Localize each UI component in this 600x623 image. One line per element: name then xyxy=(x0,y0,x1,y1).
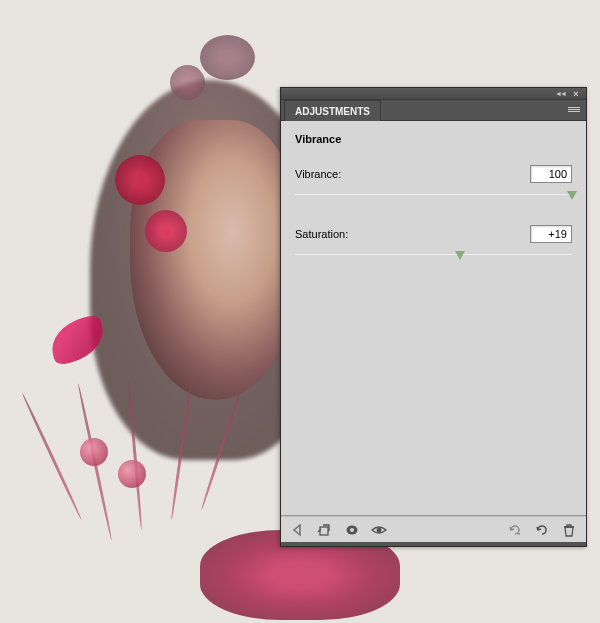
vibrance-label: Vibrance: xyxy=(295,168,341,180)
eye-mask-icon xyxy=(344,522,360,538)
svg-point-4 xyxy=(518,533,520,535)
panel-topstrip: ◄◄ × xyxy=(281,88,586,100)
view-previous-button[interactable] xyxy=(370,521,388,539)
saturation-control: Saturation: xyxy=(295,225,572,263)
vibrance-slider[interactable] xyxy=(295,189,572,203)
saturation-input[interactable] xyxy=(530,225,572,243)
delete-button[interactable] xyxy=(560,521,578,539)
close-panel-button[interactable]: × xyxy=(570,89,582,98)
reset-icon xyxy=(534,522,550,538)
collapse-panel-button[interactable]: ◄◄ xyxy=(554,89,566,98)
svg-point-2 xyxy=(350,528,354,532)
tab-adjustments[interactable]: ADJUSTMENTS xyxy=(284,100,381,121)
panel-tabbar: ADJUSTMENTS xyxy=(281,100,586,121)
vibrance-slider-thumb[interactable] xyxy=(567,191,577,200)
clip-to-layer-icon xyxy=(317,522,333,538)
eye-icon xyxy=(371,522,387,538)
collapse-icon: ◄◄ xyxy=(555,90,565,97)
panel-menu-button[interactable] xyxy=(566,103,582,116)
back-button[interactable] xyxy=(289,521,307,539)
reset-warn-icon xyxy=(507,522,523,538)
panel-resize-handle[interactable] xyxy=(281,542,586,546)
reset-warn-button[interactable] xyxy=(506,521,524,539)
reset-button[interactable] xyxy=(533,521,551,539)
saturation-slider[interactable] xyxy=(295,249,572,263)
saturation-slider-thumb[interactable] xyxy=(455,251,465,260)
adjustments-panel: ◄◄ × ADJUSTMENTS Vibrance Vibrance: xyxy=(280,87,587,547)
svg-rect-0 xyxy=(320,527,328,535)
close-icon: × xyxy=(573,89,578,99)
back-icon xyxy=(290,522,306,538)
toggle-visibility-button[interactable] xyxy=(343,521,361,539)
vibrance-control: Vibrance: xyxy=(295,165,572,203)
saturation-label: Saturation: xyxy=(295,228,348,240)
tab-label: ADJUSTMENTS xyxy=(295,106,370,117)
trash-icon xyxy=(561,522,577,538)
vibrance-input[interactable] xyxy=(530,165,572,183)
svg-point-3 xyxy=(377,527,382,532)
adjustment-title: Vibrance xyxy=(295,133,572,145)
panel-body: Vibrance Vibrance: Saturation: xyxy=(281,121,586,516)
clip-to-layer-button[interactable] xyxy=(316,521,334,539)
panel-footer xyxy=(281,516,586,542)
